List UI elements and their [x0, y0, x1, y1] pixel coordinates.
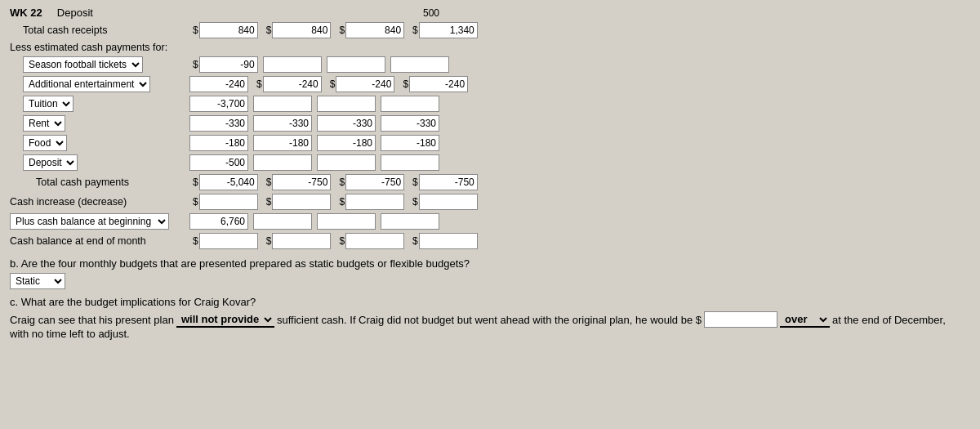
food-col4-group [381, 135, 439, 151]
receipts-col1-input[interactable] [199, 22, 258, 38]
food-col3-input[interactable] [317, 135, 376, 151]
receipts-col4-input[interactable] [419, 22, 478, 38]
part-c-question-text: c. What are the budget implications for … [10, 296, 970, 308]
part-c-sentence-row: Craig can see that his present plan will… [10, 311, 970, 328]
plus-cash-row: Plus cash balance at beginning of month [10, 213, 970, 230]
deposit-col1-input[interactable] [189, 154, 248, 171]
tcp-col1-input[interactable] [199, 174, 258, 190]
tuition-col1-input[interactable] [189, 96, 248, 112]
cash-increase-row: Cash increase (decrease) $ $ $ $ [10, 194, 970, 210]
add-ent-col3-input[interactable] [336, 76, 394, 92]
deposit-col3-input[interactable] [317, 154, 376, 171]
part-b-section: b. Are the four monthly budgets that are… [10, 257, 970, 289]
cash-balance-end-label: Cash balance at end of month [10, 235, 189, 247]
pc-col3-group [317, 213, 376, 230]
season-col2-input[interactable] [263, 56, 322, 73]
deposit-col4-input[interactable] [381, 154, 439, 171]
header-row: WK 22 Deposit 500 [10, 7, 970, 19]
food-select-wrap: Food [23, 135, 67, 151]
part-c-text-end: at the end of December, [832, 314, 946, 326]
ci-col2-input[interactable] [272, 194, 331, 210]
food-col2-input[interactable] [253, 135, 312, 151]
season-col2-group [263, 56, 322, 73]
receipts-col3-input[interactable] [345, 22, 404, 38]
food-col4-input[interactable] [381, 135, 439, 151]
tuition-col2-group [253, 96, 312, 112]
ci-col2-group: $ [263, 194, 332, 210]
season-football-select[interactable]: Season football tickets [23, 56, 143, 73]
rent-select-wrap: Rent [23, 115, 65, 132]
pc-col3-input[interactable] [317, 213, 376, 230]
part-c-over-select[interactable]: over under [780, 312, 830, 328]
pc-col4-input[interactable] [381, 213, 439, 230]
part-c-section: c. What are the budget implications for … [10, 296, 970, 340]
ci-col3-input[interactable] [345, 194, 404, 210]
add-ent-col3-group: $ [327, 76, 395, 92]
tcp-dollar4: $ [412, 177, 418, 188]
rent-col1-input[interactable] [189, 115, 248, 132]
tuition-col1-group [189, 96, 248, 112]
receipts-col2-input[interactable] [272, 22, 331, 38]
tcp-col4-group: $ [409, 174, 478, 190]
tuition-col3-input[interactable] [317, 96, 376, 112]
tcp-col2-group: $ [263, 174, 332, 190]
receipts-dollar3: $ [339, 25, 345, 36]
cbe-col3-input[interactable] [345, 233, 404, 249]
part-c-text-start: Craig can see that his present plan [10, 314, 174, 326]
cbe-col2-input[interactable] [272, 233, 331, 249]
additional-entertainment-select[interactable]: Additional entertainment [23, 76, 150, 92]
tcp-dollar3: $ [339, 177, 345, 188]
rent-row: Rent [10, 115, 970, 132]
receipts-dollar1: $ [193, 25, 198, 36]
receipts-col4-group: $ [409, 22, 478, 38]
season-football-label-wrap: Season football tickets [10, 56, 189, 73]
cbe-col4-input[interactable] [419, 233, 478, 249]
ci-col4-input[interactable] [419, 194, 478, 210]
rent-label-wrap: Rent [10, 115, 189, 132]
deposit-col2-input[interactable] [253, 154, 312, 171]
food-select[interactable]: Food [23, 135, 67, 151]
additional-entertainment-row: Additional entertainment $ $ $ [10, 76, 970, 92]
tuition-select-wrap: Tuition [23, 96, 74, 112]
plus-cash-select[interactable]: Plus cash balance at beginning of month [10, 213, 169, 230]
ci-dollar1: $ [193, 196, 198, 208]
col5-header-value: 500 [381, 7, 439, 19]
add-ent-col2-input[interactable] [263, 76, 322, 92]
pc-col2-input[interactable] [253, 213, 312, 230]
ci-col1-input[interactable] [199, 194, 258, 210]
add-ent-col4-input[interactable] [409, 76, 468, 92]
part-c-amount-input[interactable] [704, 311, 777, 328]
rent-col4-input[interactable] [381, 115, 439, 132]
tuition-col2-input[interactable] [253, 96, 312, 112]
season-col4-input[interactable] [390, 56, 449, 73]
tuition-label-wrap: Tuition [10, 96, 189, 112]
part-b-answer-select[interactable]: Static Flexible [10, 273, 65, 289]
rent-col1-group [189, 115, 248, 132]
deposit-row-select-wrap: Deposit [23, 154, 78, 171]
cbe-col1-input[interactable] [199, 233, 258, 249]
ci-dollar3: $ [339, 196, 345, 208]
deposit-row-select[interactable]: Deposit [23, 154, 78, 171]
tuition-col4-input[interactable] [381, 96, 439, 112]
season-football-row: Season football tickets $ [10, 56, 970, 73]
season-col3-input[interactable] [327, 56, 385, 73]
add-ent-col1-input[interactable] [189, 76, 248, 92]
receipts-dollar4: $ [412, 25, 418, 36]
cbe-col2-group: $ [263, 233, 332, 249]
pc-col1-input[interactable] [189, 213, 248, 230]
part-b-answer-row: Static Flexible [10, 273, 970, 289]
deposit-row-label-wrap: Deposit [10, 154, 189, 171]
food-col1-input[interactable] [189, 135, 248, 151]
tuition-select[interactable]: Tuition [23, 96, 74, 112]
tcp-dollar1: $ [193, 177, 198, 188]
rent-col3-group [317, 115, 376, 132]
total-cash-payments-label: Total cash payments [10, 177, 189, 188]
rent-col2-input[interactable] [253, 115, 312, 132]
tcp-col2-input[interactable] [272, 174, 331, 190]
rent-col3-input[interactable] [317, 115, 376, 132]
season-col1-input[interactable] [199, 56, 258, 73]
rent-select[interactable]: Rent [23, 115, 65, 132]
part-c-dropdown1[interactable]: will not provide will provide [176, 312, 274, 328]
tcp-col4-input[interactable] [419, 174, 478, 190]
tcp-col3-input[interactable] [345, 174, 404, 190]
